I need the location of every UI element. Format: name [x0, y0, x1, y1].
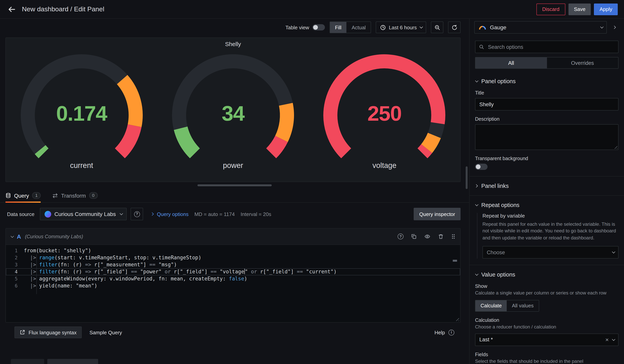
- panel-toolbar: Table view Fill Actual Last 6 hours: [0, 19, 469, 36]
- query-inspector-button[interactable]: Query inspector: [414, 208, 461, 220]
- apply-button[interactable]: Apply: [594, 3, 618, 15]
- datasource-label: Data source: [5, 211, 36, 217]
- tab-transform-label: Transform: [61, 192, 86, 199]
- options-sidebar: Gauge All Overrides: [469, 19, 624, 364]
- panel-description-textarea[interactable]: [475, 124, 619, 150]
- chevron-down-icon: [612, 338, 615, 341]
- disable-query-button[interactable]: [424, 233, 430, 239]
- table-view-switch-group: Table view: [286, 24, 325, 30]
- page-header: New dashboard / Edit Panel Discard Save …: [0, 0, 624, 19]
- collapse-options-button[interactable]: [609, 21, 619, 34]
- datasource-picker[interactable]: Curious Community Labs: [40, 208, 127, 220]
- chevron-down-icon: [419, 25, 423, 28]
- duplicate-query-button[interactable]: [411, 233, 417, 239]
- panel-options-heading: Panel options: [481, 78, 516, 84]
- collapse-query-icon[interactable]: [11, 234, 14, 238]
- save-button[interactable]: Save: [569, 3, 591, 15]
- code-lines: 1from(bucket: "shelly")2 |> range(start:…: [6, 247, 460, 289]
- query-options-label: Query options: [157, 211, 189, 217]
- gauge-panel[interactable]: Shelly 0.174 current 34 power 250: [5, 38, 461, 182]
- chevron-down-icon: [612, 250, 615, 253]
- scrollbar-thumb[interactable]: [466, 166, 468, 189]
- actual-option[interactable]: Actual: [347, 22, 371, 33]
- query-options-toggle[interactable]: Query options: [151, 211, 189, 217]
- query-footer: Flux language syntax Sample Query Help i: [14, 326, 461, 338]
- show-description: Calculate a single value per column or s…: [475, 290, 619, 297]
- calculate-option[interactable]: Calculate: [475, 300, 507, 311]
- sample-query-button[interactable]: Sample Query: [86, 329, 126, 335]
- panel-options-header[interactable]: Panel options: [475, 78, 619, 84]
- calculation-value: Last *: [479, 337, 602, 343]
- repeat-options-header[interactable]: Repeat options: [475, 202, 619, 208]
- editor-resize-grip[interactable]: [454, 316, 459, 321]
- chevron-right-icon: [613, 26, 616, 29]
- query-transform-tabs: Query 1 Transform 0: [0, 189, 469, 203]
- section-repeat-options: Repeat options Repeat by variable Repeat…: [469, 196, 624, 265]
- panel-title-input[interactable]: [475, 98, 619, 111]
- max-data-points-info: MD = auto = 1174: [194, 211, 234, 217]
- gauge-voltage: 250 voltage: [309, 47, 460, 170]
- gauge-power: 34 power: [157, 47, 309, 170]
- visualization-picker[interactable]: Gauge: [474, 21, 607, 34]
- transparent-background-toggle[interactable]: [475, 164, 488, 170]
- drag-query-handle[interactable]: [451, 233, 455, 239]
- chevron-right-icon: [151, 212, 154, 216]
- panel-links-header[interactable]: Panel links: [475, 183, 619, 189]
- value-options-header[interactable]: Value options: [475, 272, 619, 278]
- section-panel-links: Panel links: [469, 177, 624, 196]
- flux-syntax-button[interactable]: Flux language syntax: [14, 326, 82, 338]
- transform-count-badge: 0: [89, 192, 98, 199]
- page-title: New dashboard / Edit Panel: [22, 5, 104, 13]
- external-link-icon: [20, 330, 25, 335]
- table-view-toggle[interactable]: [312, 24, 325, 30]
- tab-query[interactable]: Query 1: [5, 192, 41, 202]
- trash-icon: [438, 233, 444, 239]
- query-header: A (Curious Community Labs) ?: [6, 228, 460, 245]
- add-expression-button-partial[interactable]: [47, 359, 98, 364]
- overview-ruler-mark: [453, 260, 457, 262]
- help-button[interactable]: Help i: [435, 329, 455, 335]
- value-options-heading: Value options: [481, 272, 515, 278]
- all-values-option[interactable]: All values: [507, 300, 539, 311]
- fill-option[interactable]: Fill: [330, 22, 346, 33]
- query-count-badge: 1: [32, 192, 41, 199]
- calculation-description: Choose a reducer function / calculation: [475, 324, 619, 330]
- calculation-select[interactable]: Last * ×: [475, 334, 619, 346]
- tab-all[interactable]: All: [475, 57, 547, 68]
- visualization-name: Gauge: [490, 24, 597, 30]
- refresh-button[interactable]: [448, 22, 461, 33]
- clear-icon[interactable]: ×: [605, 337, 609, 343]
- fields-label: Fields: [475, 352, 619, 357]
- flux-code-editor[interactable]: 1from(bucket: "shelly")2 |> range(start:…: [6, 245, 460, 322]
- transparent-background-label: Transparent background: [475, 156, 619, 161]
- zoom-out-icon: [434, 24, 440, 30]
- time-range-picker[interactable]: Last 6 hours: [376, 22, 426, 33]
- gauge-label: voltage: [372, 161, 396, 170]
- query-action-icons: ?: [398, 233, 455, 239]
- panel-resize-handle[interactable]: [197, 184, 272, 186]
- tab-transform[interactable]: Transform 0: [52, 192, 98, 202]
- datasource-help-button[interactable]: ?: [131, 208, 143, 220]
- discard-button[interactable]: Discard: [536, 3, 565, 15]
- time-range-label: Last 6 hours: [389, 24, 417, 30]
- back-button[interactable]: [6, 4, 17, 15]
- zoom-out-button[interactable]: [431, 22, 443, 33]
- repeat-by-variable-label: Repeat by variable: [482, 213, 619, 219]
- textarea-resize-grip[interactable]: [613, 145, 617, 149]
- clock-icon: [380, 24, 386, 30]
- add-query-button-partial[interactable]: [11, 359, 44, 364]
- datasource-value: Curious Community Labs: [54, 211, 116, 217]
- delete-query-button[interactable]: [438, 233, 444, 239]
- visualization-row: Gauge: [469, 19, 624, 36]
- tab-overrides[interactable]: Overrides: [547, 57, 618, 68]
- gauge-label: current: [70, 161, 93, 170]
- table-view-label: Table view: [286, 24, 309, 30]
- gauge-value: 0.174: [6, 101, 157, 125]
- query-help-button[interactable]: ?: [398, 233, 403, 239]
- query-ref-id: A: [17, 233, 21, 240]
- indent-guide: [36, 254, 37, 294]
- options-search-input[interactable]: [487, 44, 615, 50]
- gauge-row: 0.174 current 34 power 250 voltage: [6, 47, 460, 170]
- arrow-left-icon: [8, 5, 16, 13]
- repeat-variable-select[interactable]: Choose: [482, 246, 619, 259]
